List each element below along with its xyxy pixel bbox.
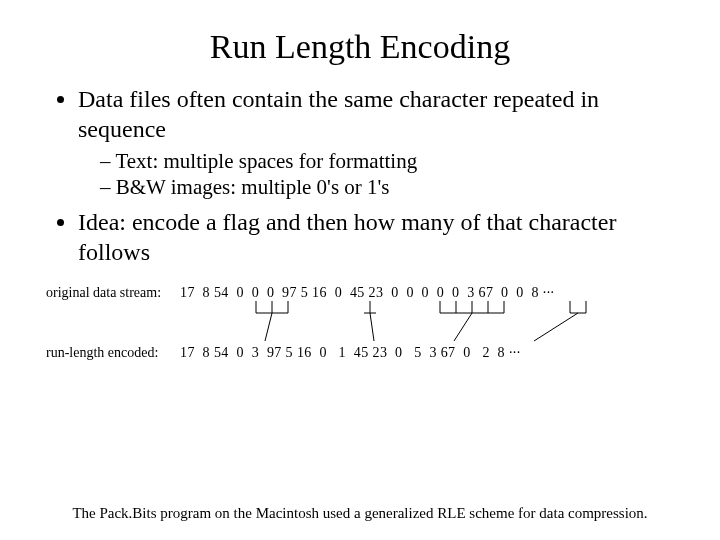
bullet-item: Data files often contain the same charac… [78, 84, 680, 144]
slide-title: Run Length Encoding [40, 28, 680, 66]
encoded-label: run-length encoded: [46, 345, 158, 361]
svg-line-4 [265, 313, 272, 341]
rle-diagram: original data stream: 17 8 54 0 0 0 97 5… [40, 285, 680, 375]
sub-bullet-item: B&W images: multiple 0's or 1's [100, 174, 680, 200]
svg-line-14 [454, 313, 472, 341]
slide: Run Length Encoding Data files often con… [0, 0, 720, 385]
svg-line-18 [534, 313, 578, 341]
sub-bullet-list: Text: multiple spaces for formatting B&W… [78, 148, 680, 201]
bullet-list: Data files often contain the same charac… [60, 84, 680, 267]
bullet-item: Idea: encode a flag and then how many of… [78, 207, 680, 267]
original-label: original data stream: [46, 285, 161, 301]
original-stream: 17 8 54 0 0 0 97 5 16 0 45 23 0 0 0 0 0 … [180, 285, 555, 301]
svg-line-7 [370, 313, 374, 341]
footer-note: The Pack.Bits program on the Macintosh u… [0, 505, 720, 522]
sub-bullet-item: Text: multiple spaces for formatting [100, 148, 680, 174]
encoded-stream: 17 8 54 0 3 97 5 16 0 1 45 23 0 5 3 67 0… [180, 345, 521, 361]
